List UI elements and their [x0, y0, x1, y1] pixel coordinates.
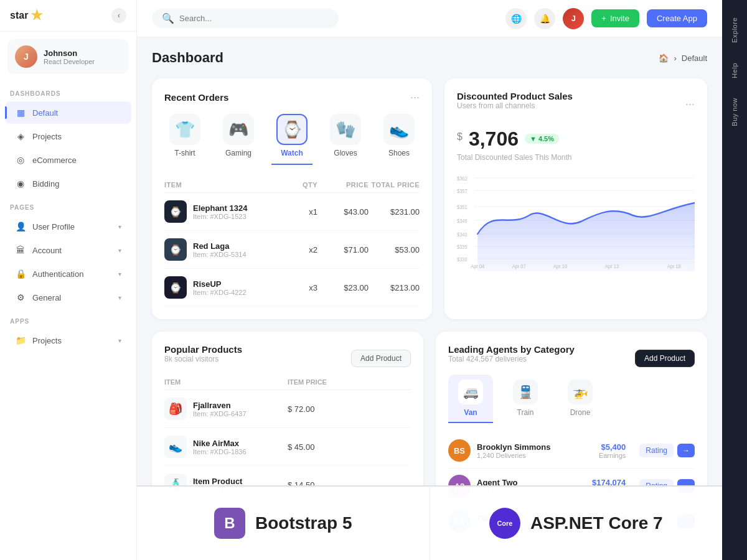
sidebar-item-label: User Profile: [32, 222, 75, 231]
tab-van[interactable]: 🚐 Van: [448, 375, 493, 423]
sidebar-item-bidding[interactable]: ◉ Bidding: [5, 172, 131, 195]
sidebar-item-label: Default: [32, 108, 58, 118]
agent-rating: Rating →: [639, 479, 695, 493]
buy-now-button[interactable]: Buy now: [727, 90, 742, 134]
recent-orders-menu-icon[interactable]: ···: [410, 91, 420, 104]
product-info: 🎒 Fjallraven Item: #XDG-6437: [164, 398, 288, 420]
product-id: Item: #XDG-6437: [193, 410, 247, 418]
train-icon: 🚆: [513, 380, 538, 404]
chart-subtitle: Users from all channels: [457, 101, 573, 110]
tab-label-gloves: Gloves: [334, 149, 357, 157]
sidebar-item-authentication[interactable]: 🔒 Authentication ▾: [5, 263, 131, 285]
product-price: $ 45.00: [288, 442, 411, 452]
breadcrumb: 🏠 › Default: [659, 54, 707, 63]
popular-products-title-wrap: Popular Products 8k social visitors: [164, 344, 242, 372]
chart-card-header: Discounted Product Sales Users from all …: [457, 91, 695, 118]
topbar-bell-icon[interactable]: 🔔: [534, 8, 555, 29]
sneaker-icon: 👟: [164, 436, 187, 458]
search-box[interactable]: 🔍: [152, 9, 339, 28]
tab-label-shoes: Shoes: [388, 149, 410, 157]
table-row: ⌚ Elephant 1324 Item: #XDG-1523 x1 $43.0…: [164, 193, 420, 231]
sidebar-header: star★ ‹: [0, 0, 136, 32]
item-total: $213.00: [369, 283, 420, 292]
item-qty: x3: [266, 283, 317, 292]
svg-text:Apr 07: Apr 07: [512, 263, 526, 269]
rating-arrow-button[interactable]: →: [677, 479, 695, 493]
agent-rating: Rating →: [639, 515, 695, 528]
table-row: ⌚ RiseUP Item: #XDG-4222 x3 $23.00 $213.…: [164, 269, 420, 307]
user-info: Johnson React Developer: [44, 49, 95, 65]
topbar-globe-icon[interactable]: 🌐: [505, 8, 527, 29]
tab-watch[interactable]: ⌚ Watch: [271, 114, 312, 165]
rating-button[interactable]: Rating: [639, 479, 674, 493]
svg-text:$335: $335: [457, 244, 467, 250]
item-id: Item: #XDG-1523: [193, 213, 247, 220]
agents-title-wrap: Leading Agents by Category Total 424,567…: [448, 344, 575, 372]
bottom-row: Popular Products 8k social visitors Add …: [152, 332, 707, 552]
earnings-label: Earnings: [592, 487, 626, 495]
add-product-button[interactable]: Add Product: [351, 350, 411, 367]
chart-menu-icon[interactable]: ···: [685, 98, 695, 111]
product-details: Nike AirMax Item: #XDG-1836: [193, 439, 247, 455]
topbar-right: 🌐 🔔 J + Invite Create App: [505, 8, 707, 29]
user-role: React Developer: [44, 58, 95, 65]
product-row: 👟 Nike AirMax Item: #XDG-1836 $ 45.00: [164, 428, 411, 466]
sidebar-item-projects[interactable]: ◈ Projects: [5, 125, 131, 147]
rating-button[interactable]: Rating: [639, 515, 674, 528]
add-product-agent-button[interactable]: Add Product: [635, 350, 695, 367]
sidebar-item-general[interactable]: ⚙ General ▾: [5, 286, 131, 309]
sidebar-item-projects-app[interactable]: 📁 Projects ▾: [5, 329, 131, 352]
help-button[interactable]: Help: [727, 55, 742, 86]
general-icon: ⚙: [15, 292, 26, 303]
sidebar-item-label: General: [32, 293, 61, 302]
auth-icon: 🔒: [15, 268, 26, 279]
agent-name: Zuid Area: [477, 513, 520, 523]
sidebar-item-default[interactable]: ▦ Default: [5, 101, 131, 124]
tab-train[interactable]: 🚆 Train: [503, 375, 548, 423]
product-name: Fjallraven: [193, 401, 247, 410]
tab-label-watch: Watch: [281, 149, 303, 157]
search-input[interactable]: [179, 14, 329, 23]
page-title: Dashboard: [152, 50, 223, 66]
plus-icon: +: [601, 14, 606, 23]
sidebar-item-user-profile[interactable]: 👤 User Profile ▾: [5, 215, 131, 238]
tab-shoes[interactable]: 👟 Shoes: [378, 114, 420, 165]
tab-gloves[interactable]: 🧤 Gloves: [325, 114, 366, 165]
sidebar-item-account[interactable]: 🏛 Account ▾: [5, 239, 131, 261]
explore-button[interactable]: Explore: [727, 10, 742, 50]
chart-header-left: Discounted Product Sales Users from all …: [457, 91, 573, 118]
line-chart-svg: $362 $357 $351 $346 $340 $335 $330: [457, 172, 695, 271]
col-price: PRICE: [317, 181, 369, 189]
product-details: Item Product Item: #XDG-1746: [193, 477, 247, 493]
tab-drone[interactable]: 🚁 Drone: [558, 375, 603, 423]
ecommerce-icon: ◎: [15, 154, 26, 166]
svg-text:Apr 18: Apr 18: [667, 263, 681, 269]
rating-arrow-button[interactable]: →: [677, 444, 695, 457]
sidebar-toggle-button[interactable]: ‹: [111, 8, 126, 23]
sidebar-item-ecommerce[interactable]: ◎ eCommerce: [5, 149, 131, 171]
agent-avatar: BS: [448, 439, 471, 462]
invite-button[interactable]: + Invite: [591, 9, 639, 27]
recent-orders-card: Recent Orders ··· 👕 T-shirt 🎮 Gaming ⌚: [152, 78, 432, 319]
item-total: $53.00: [369, 245, 420, 254]
orders-table: ITEM QTY PRICE TOTAL PRICE ⌚ Elephant 13…: [164, 177, 420, 307]
account-icon: 🏛: [15, 245, 26, 256]
rating-arrow-button[interactable]: →: [677, 515, 695, 528]
svg-text:$362: $362: [457, 175, 467, 182]
agent-info: Zuid Area 357 Deliveries: [477, 513, 520, 530]
agent-info: Brooklyn Simmons 1,240 Deliveries: [477, 442, 550, 459]
rating-button[interactable]: Rating: [639, 444, 674, 457]
topbar-avatar[interactable]: J: [563, 8, 584, 29]
tab-tshirt[interactable]: 👕 T-shirt: [164, 114, 205, 165]
sidebar-item-label: Projects: [32, 336, 62, 345]
discounted-sales-card: Discounted Product Sales Users from all …: [444, 78, 707, 319]
create-app-button[interactable]: Create App: [647, 9, 707, 27]
item-price: $23.00: [317, 283, 369, 292]
tab-gaming[interactable]: 🎮 Gaming: [218, 114, 259, 165]
chevron-down-icon: ▾: [118, 247, 121, 254]
item-details: RiseUP Item: #XDG-4222: [193, 279, 247, 296]
agent-row: BS Brooklyn Simmons 1,240 Deliveries $5,…: [448, 433, 695, 469]
item-name: RiseUP: [193, 279, 247, 289]
product-row: 🧴 Item Product Item: #XDG-1746 $ 14.50: [164, 466, 411, 504]
col-item: ITEM: [164, 181, 266, 189]
